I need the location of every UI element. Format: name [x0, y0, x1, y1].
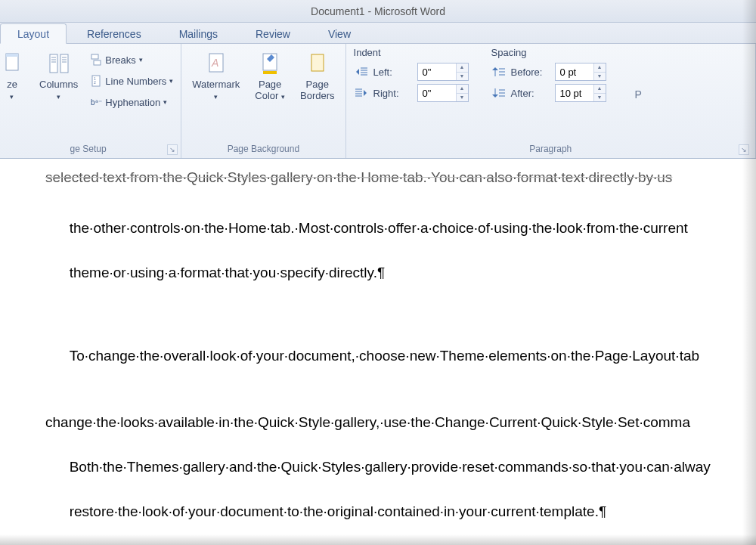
spinner[interactable]: ▲▼ — [456, 63, 468, 80]
label: Columns — [39, 79, 78, 90]
indent-right-label: Right: — [373, 88, 413, 99]
title-bar: Document1 - Microsoft Word — [0, 0, 756, 23]
svg-rect-11 — [94, 60, 101, 65]
group-label: Page Background — [186, 141, 340, 156]
ribbon: ze▾ Columns▾ Breaks ▾ 12 Line Numbers ▾ — [0, 44, 756, 159]
cutoff-letter: P — [635, 88, 642, 101]
breaks-button[interactable]: Breaks ▾ — [87, 50, 176, 70]
breaks-icon — [90, 54, 102, 66]
label: Breaks — [105, 54, 135, 66]
chevron-down-icon: ▾ — [139, 56, 143, 63]
page-color-icon — [258, 51, 282, 76]
tab-label: Review — [256, 28, 290, 40]
tab-layout[interactable]: Layout — [0, 23, 67, 44]
page-borders-icon — [305, 51, 330, 76]
chevron-down-icon: ▾ — [169, 77, 173, 85]
label: Page Borders — [300, 79, 335, 101]
watermark-icon: A — [204, 51, 228, 76]
spacing-after-label: After: — [511, 88, 550, 99]
paragraph-cutoff: selected·text·from·the·Quick·Styles·gall… — [45, 166, 711, 188]
paragraph: To·change·the·overall·look·of·your·docum… — [45, 323, 711, 545]
svg-text:bᵃ⁻: bᵃ⁻ — [91, 98, 102, 107]
chevron-down-icon: ▾ — [57, 93, 60, 101]
spacing-title: Spacing — [491, 47, 606, 58]
tab-label: Layout — [17, 28, 49, 40]
label: Line Numbers — [105, 76, 166, 87]
columns-button[interactable]: Columns▾ — [33, 47, 84, 104]
spacing-before-input[interactable]: ▲▼ — [555, 63, 606, 81]
label: ze — [7, 79, 17, 90]
svg-text:2: 2 — [94, 80, 96, 85]
page-color-button[interactable]: Page Color ▾ — [249, 47, 291, 104]
line-numbers-button[interactable]: 12 Line Numbers ▾ — [87, 71, 176, 91]
input[interactable] — [556, 63, 593, 80]
watermark-button[interactable]: A Watermark▾ — [186, 47, 246, 104]
indent-right-icon — [354, 85, 369, 101]
svg-rect-10 — [91, 54, 98, 59]
chevron-down-icon: ▾ — [10, 93, 14, 101]
input[interactable] — [418, 63, 456, 80]
document-area[interactable]: selected·text·from·the·Quick·Styles·gall… — [0, 159, 756, 545]
label: Hyphenation — [105, 97, 160, 108]
indent-title: Indent — [354, 47, 469, 58]
page-size-icon — [0, 51, 24, 76]
group-page-background: A Watermark▾ Page Color ▾ Page Borders P… — [181, 44, 345, 158]
chevron-down-icon: ▾ — [163, 98, 167, 106]
tab-review[interactable]: Review — [238, 23, 308, 43]
dialog-launcher[interactable]: ↘ — [167, 144, 178, 155]
tab-references[interactable]: References — [70, 23, 159, 43]
hyphenation-button[interactable]: bᵃ⁻ Hyphenation ▾ — [87, 92, 176, 112]
input[interactable] — [418, 85, 456, 101]
page-content[interactable]: selected·text·from·the·Quick·Styles·gall… — [0, 166, 756, 545]
tab-view[interactable]: View — [311, 23, 368, 43]
spinner[interactable]: ▲▼ — [593, 63, 606, 80]
columns-icon — [47, 51, 71, 76]
spacing-after-icon — [491, 85, 507, 101]
chevron-down-icon: ▾ — [281, 93, 285, 101]
indent-left-input[interactable]: ▲▼ — [417, 63, 469, 81]
line-numbers-icon: 12 — [90, 75, 102, 87]
indent-right-input[interactable]: ▲▼ — [417, 84, 469, 102]
group-label: ge Setup ↘ — [0, 141, 176, 156]
spinner[interactable]: ▲▼ — [456, 85, 468, 101]
input[interactable] — [556, 85, 593, 101]
svg-rect-19 — [263, 71, 277, 74]
label: Watermark — [192, 79, 240, 90]
label: Page Color — [255, 79, 281, 101]
indent-left-label: Left: — [373, 67, 413, 78]
hyphenation-icon: bᵃ⁻ — [90, 96, 102, 108]
tab-label: Mailings — [179, 28, 218, 40]
tab-label: View — [328, 28, 351, 40]
size-button[interactable]: ze▾ — [0, 47, 30, 104]
spacing-after-input[interactable]: ▲▼ — [555, 84, 606, 102]
group-label: Paragraph ↘ — [354, 141, 748, 156]
svg-rect-1 — [6, 54, 18, 57]
dialog-launcher[interactable]: ↘ — [739, 144, 749, 155]
group-page-setup: ze▾ Columns▾ Breaks ▾ 12 Line Numbers ▾ — [0, 44, 181, 158]
group-paragraph: Indent Left: ▲▼ Right: ▲▼ — [346, 44, 756, 158]
spinner[interactable]: ▲▼ — [593, 85, 606, 101]
indent-left-icon — [354, 64, 369, 79]
window-title: Document1 - Microsoft Word — [311, 5, 445, 17]
tab-label: References — [87, 28, 141, 40]
paragraph: the·other·controls·on·the·Home·tab.·Most… — [45, 194, 711, 305]
ribbon-tabs: Layout References Mailings Review View — [0, 23, 756, 44]
page-borders-button[interactable]: Page Borders — [294, 47, 341, 103]
spacing-before-icon — [491, 64, 507, 79]
tab-mailings[interactable]: Mailings — [162, 23, 235, 43]
svg-rect-20 — [311, 54, 324, 71]
spacing-before-label: Before: — [511, 67, 550, 78]
chevron-down-icon: ▾ — [214, 93, 218, 101]
svg-text:A: A — [211, 57, 218, 69]
